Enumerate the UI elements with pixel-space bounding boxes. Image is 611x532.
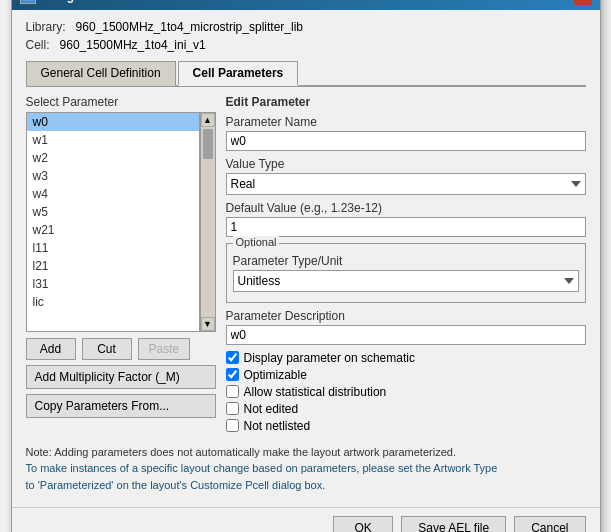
param-desc-label: Parameter Description (226, 309, 586, 323)
param-item-lic[interactable]: lic (27, 293, 199, 311)
param-item-w1[interactable]: w1 (27, 131, 199, 149)
checkbox-statistical-label: Allow statistical distribution (244, 385, 387, 399)
list-scrollbar[interactable]: ▲ ▼ (200, 112, 216, 332)
checkbox-not-edited-label: Not edited (244, 402, 299, 416)
param-item-l21[interactable]: l21 (27, 257, 199, 275)
checkbox-display-label: Display parameter on schematic (244, 351, 415, 365)
ok-button[interactable]: OK (333, 516, 393, 532)
footer-buttons: OK Save AEL file Cancel (12, 507, 600, 532)
dialog-body: Library: 960_1500MHz_1to4_microstrip_spl… (12, 10, 600, 504)
content-area: Select Parameter w0 w1 w2 w3 w4 w5 w21 l… (26, 95, 586, 436)
checkbox-not-netlisted-label: Not netlisted (244, 419, 311, 433)
edit-param-title: Edit Parameter (226, 95, 586, 109)
param-item-w0[interactable]: w0 (27, 113, 199, 131)
default-value-label: Default Value (e.g., 1.23e-12) (226, 201, 586, 215)
note-line3: to 'Parameterized' on the layout's Custo… (26, 477, 586, 494)
param-item-w21[interactable]: w21 (27, 221, 199, 239)
library-label: Library: (26, 20, 66, 34)
value-type-select[interactable]: Real Integer String Boolean (226, 173, 586, 195)
library-row: Library: 960_1500MHz_1to4_microstrip_spl… (26, 20, 586, 34)
svg-text:D: D (24, 0, 31, 1)
dialog-title: Design Parameters (42, 0, 151, 3)
param-item-l31[interactable]: l31 (27, 275, 199, 293)
scroll-up-arrow[interactable]: ▲ (201, 113, 215, 127)
cell-row: Cell: 960_1500MHz_1to4_ini_v1 (26, 38, 586, 52)
checkbox-display: Display parameter on schematic (226, 351, 586, 365)
scroll-down-arrow[interactable]: ▼ (201, 317, 215, 331)
param-type-label: Parameter Type/Unit (233, 254, 579, 268)
param-item-l11[interactable]: l11 (27, 239, 199, 257)
save-ael-button[interactable]: Save AEL file (401, 516, 506, 532)
value-type-group: Value Type Real Integer String Boolean (226, 157, 586, 195)
copy-parameters-button[interactable]: Copy Parameters From... (26, 394, 216, 418)
optional-legend: Optional (233, 236, 280, 248)
left-panel: Select Parameter w0 w1 w2 w3 w4 w5 w21 l… (26, 95, 216, 436)
checkbox-not-edited-input[interactable] (226, 402, 239, 415)
list-container: w0 w1 w2 w3 w4 w5 w21 l11 l21 l31 lic ▲ (26, 112, 216, 332)
param-buttons-row: Add Cut Paste (26, 338, 216, 360)
checkbox-statistical-input[interactable] (226, 385, 239, 398)
checkbox-not-netlisted-input[interactable] (226, 419, 239, 432)
add-button[interactable]: Add (26, 338, 76, 360)
cell-label: Cell: (26, 38, 50, 52)
default-value-input[interactable] (226, 217, 586, 237)
cut-button[interactable]: Cut (82, 338, 132, 360)
tab-general[interactable]: General Cell Definition (26, 61, 176, 86)
checkbox-not-netlisted: Not netlisted (226, 419, 586, 433)
param-desc-group: Parameter Description (226, 309, 586, 345)
optional-group: Optional Parameter Type/Unit Unitless Le… (226, 243, 586, 303)
checkbox-optimizable-label: Optimizable (244, 368, 307, 382)
param-list[interactable]: w0 w1 w2 w3 w4 w5 w21 l11 l21 l31 lic (26, 112, 200, 332)
param-desc-input[interactable] (226, 325, 586, 345)
checkbox-display-input[interactable] (226, 351, 239, 364)
add-multiplicity-button[interactable]: Add Multiplicity Factor (_M) (26, 365, 216, 389)
param-item-w2[interactable]: w2 (27, 149, 199, 167)
param-type-group: Parameter Type/Unit Unitless Length Angl… (233, 254, 579, 292)
param-item-w4[interactable]: w4 (27, 185, 199, 203)
checkbox-not-edited: Not edited (226, 402, 586, 416)
close-button[interactable]: ✕ (574, 0, 592, 5)
select-param-label: Select Parameter (26, 95, 216, 109)
tab-cell-parameters[interactable]: Cell Parameters (178, 61, 299, 86)
note-line1: Note: Adding parameters does not automat… (26, 444, 586, 461)
tabs-container: General Cell Definition Cell Parameters (26, 60, 586, 87)
design-parameters-dialog: D Design Parameters ✕ Library: 960_1500M… (11, 0, 601, 532)
cell-value: 960_1500MHz_1to4_ini_v1 (60, 38, 206, 52)
param-name-group: Parameter Name (226, 115, 586, 151)
checkbox-optimizable-input[interactable] (226, 368, 239, 381)
title-bar: D Design Parameters ✕ (12, 0, 600, 10)
param-name-input[interactable] (226, 131, 586, 151)
checkbox-optimizable: Optimizable (226, 368, 586, 382)
scroll-thumb[interactable] (201, 127, 215, 317)
param-item-w3[interactable]: w3 (27, 167, 199, 185)
param-item-w5[interactable]: w5 (27, 203, 199, 221)
default-value-group: Default Value (e.g., 1.23e-12) (226, 201, 586, 237)
param-type-select[interactable]: Unitless Length Angle Resistance Capacit… (233, 270, 579, 292)
checkbox-statistical: Allow statistical distribution (226, 385, 586, 399)
bottom-note: Note: Adding parameters does not automat… (26, 444, 586, 494)
param-name-label: Parameter Name (226, 115, 586, 129)
note-line2: To make instances of a specific layout c… (26, 460, 586, 477)
dialog-icon: D (20, 0, 36, 4)
cancel-button[interactable]: Cancel (514, 516, 585, 532)
paste-button[interactable]: Paste (138, 338, 191, 360)
value-type-label: Value Type (226, 157, 586, 171)
library-value: 960_1500MHz_1to4_microstrip_splitter_lib (76, 20, 303, 34)
right-panel: Edit Parameter Parameter Name Value Type… (226, 95, 586, 436)
